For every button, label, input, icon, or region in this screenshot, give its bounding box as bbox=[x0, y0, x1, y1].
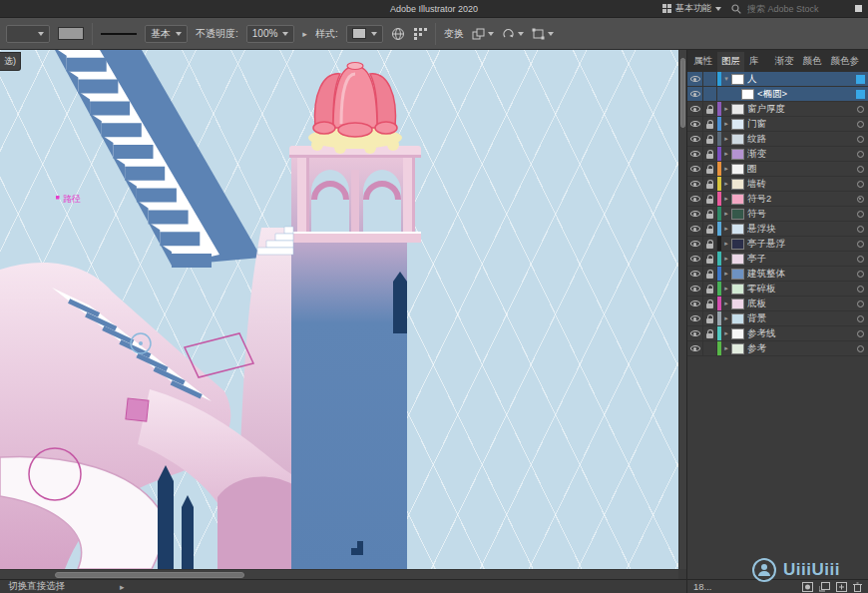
layer-name[interactable]: 渐变 bbox=[747, 148, 852, 161]
lock-toggle[interactable] bbox=[703, 237, 717, 251]
variable-width-select[interactable] bbox=[6, 25, 50, 43]
layer-thumbnail[interactable] bbox=[731, 179, 744, 190]
visibility-toggle[interactable] bbox=[687, 237, 703, 251]
expand-arrow-icon[interactable]: ▸ bbox=[721, 150, 731, 158]
expand-arrow-icon[interactable]: ▸ bbox=[721, 165, 731, 173]
layer-name[interactable]: 门窗 bbox=[747, 118, 852, 131]
layer-thumbnail[interactable] bbox=[731, 134, 744, 145]
visibility-toggle[interactable] bbox=[687, 72, 703, 86]
layer-name[interactable]: 符号2 bbox=[747, 193, 852, 206]
layer-thumbnail[interactable] bbox=[731, 119, 744, 130]
layer-thumbnail[interactable] bbox=[731, 104, 744, 115]
fill-swatch[interactable] bbox=[58, 27, 84, 40]
style-select[interactable] bbox=[346, 25, 383, 43]
expand-arrow-icon[interactable]: ▸ bbox=[721, 180, 731, 188]
expand-arrow-icon[interactable]: ▸ bbox=[721, 120, 731, 128]
layer-thumbnail[interactable] bbox=[731, 74, 744, 85]
layer-name[interactable]: 底板 bbox=[747, 297, 852, 310]
lock-toggle[interactable] bbox=[703, 72, 717, 86]
visibility-toggle[interactable] bbox=[687, 117, 703, 131]
expand-arrow-icon[interactable]: ▸ bbox=[721, 255, 731, 263]
layer-row[interactable]: ▸ 符号 bbox=[687, 207, 868, 222]
expand-arrow-icon[interactable]: ▸ bbox=[721, 285, 731, 293]
layer-thumbnail[interactable] bbox=[731, 149, 744, 160]
window-control-icon[interactable] bbox=[855, 5, 862, 12]
layer-row[interactable]: ▸ 零碎板 bbox=[687, 282, 868, 296]
layer-thumbnail[interactable] bbox=[731, 343, 744, 354]
tab-6[interactable]: 颜色参 bbox=[827, 52, 864, 72]
layer-target-icon[interactable] bbox=[857, 256, 864, 263]
shape-options-dropdown[interactable] bbox=[532, 28, 554, 40]
layer-target-icon[interactable] bbox=[857, 106, 864, 113]
lock-toggle[interactable] bbox=[703, 117, 717, 131]
layer-thumbnail[interactable] bbox=[731, 209, 744, 220]
lock-toggle[interactable] bbox=[703, 341, 717, 355]
arrange-dropdown[interactable] bbox=[472, 28, 494, 40]
layer-name[interactable]: 纹路 bbox=[747, 133, 852, 146]
delete-layer-icon[interactable] bbox=[853, 582, 862, 592]
lock-toggle[interactable] bbox=[703, 192, 717, 206]
lock-toggle[interactable] bbox=[703, 132, 717, 146]
visibility-toggle[interactable] bbox=[687, 252, 703, 266]
layer-row[interactable]: ▸ 亭子 bbox=[687, 252, 868, 267]
document-setup-globe-icon[interactable] bbox=[391, 27, 405, 41]
lock-toggle[interactable] bbox=[703, 311, 717, 325]
layer-row[interactable]: ▾ 人 bbox=[687, 72, 868, 87]
layer-target-icon[interactable] bbox=[857, 136, 864, 143]
visibility-toggle[interactable] bbox=[687, 326, 703, 340]
layer-thumbnail[interactable] bbox=[731, 194, 744, 205]
layer-name[interactable]: 人 bbox=[747, 73, 852, 86]
tab-5[interactable]: 颜色 bbox=[799, 52, 826, 72]
layer-row[interactable]: ▸ 纹路 bbox=[687, 132, 868, 147]
expand-arrow-icon[interactable]: ▸ bbox=[721, 314, 731, 322]
layer-target-icon[interactable] bbox=[857, 241, 864, 248]
layer-target-icon[interactable] bbox=[857, 315, 864, 322]
expand-arrow-icon[interactable]: ▸ bbox=[721, 135, 731, 143]
layer-row[interactable]: ▸ 底板 bbox=[687, 296, 868, 311]
layer-name[interactable]: 背景 bbox=[747, 312, 852, 325]
visibility-toggle[interactable] bbox=[687, 296, 703, 310]
layer-target-icon[interactable] bbox=[857, 271, 864, 278]
layer-row[interactable]: ▸ 建筑整体 bbox=[687, 267, 868, 282]
layer-target-icon[interactable] bbox=[857, 211, 864, 218]
layer-thumbnail[interactable] bbox=[731, 313, 744, 324]
layer-row[interactable]: ▸ 墙砖 bbox=[687, 177, 868, 192]
lock-toggle[interactable] bbox=[703, 177, 717, 191]
layer-target-icon[interactable] bbox=[857, 286, 864, 293]
layer-row[interactable]: ▸ 参考线 bbox=[687, 326, 868, 341]
tab-2[interactable]: 图层 bbox=[717, 52, 744, 72]
expand-arrow-icon[interactable]: ▸ bbox=[721, 240, 731, 248]
horizontal-scrollbar[interactable] bbox=[0, 569, 678, 579]
layer-thumbnail[interactable] bbox=[731, 164, 744, 175]
expand-arrow-icon[interactable]: ▸ bbox=[721, 210, 731, 218]
layer-name[interactable]: 亭子 bbox=[747, 253, 852, 266]
layer-target-icon[interactable] bbox=[857, 181, 864, 188]
new-layer-icon[interactable] bbox=[836, 582, 847, 592]
layer-target-icon[interactable] bbox=[857, 300, 864, 307]
layer-name[interactable]: <椭圆> bbox=[757, 88, 852, 101]
artboard-canvas[interactable]: 选) bbox=[0, 50, 686, 579]
vertical-scroll-thumb[interactable] bbox=[680, 58, 685, 128]
visibility-toggle[interactable] bbox=[687, 102, 703, 116]
layer-thumbnail[interactable] bbox=[731, 284, 744, 295]
layer-row[interactable]: ▸ 亭子悬浮 bbox=[687, 237, 868, 252]
layer-target-icon[interactable] bbox=[857, 196, 864, 203]
lock-toggle[interactable] bbox=[703, 326, 717, 340]
layer-target-icon[interactable] bbox=[857, 345, 864, 352]
lock-toggle[interactable] bbox=[703, 222, 717, 236]
visibility-toggle[interactable] bbox=[687, 177, 703, 191]
expand-arrow-icon[interactable]: ▸ bbox=[721, 195, 731, 203]
layer-thumbnail[interactable] bbox=[731, 328, 744, 339]
lock-toggle[interactable] bbox=[703, 147, 717, 161]
layer-target-icon[interactable] bbox=[857, 330, 864, 337]
visibility-toggle[interactable] bbox=[687, 162, 703, 176]
expand-arrow-icon[interactable]: ▸ bbox=[721, 299, 731, 307]
layer-thumbnail[interactable] bbox=[731, 298, 744, 309]
lock-toggle[interactable] bbox=[703, 267, 717, 281]
lock-toggle[interactable] bbox=[703, 87, 717, 101]
search-input[interactable] bbox=[745, 3, 845, 15]
visibility-toggle[interactable] bbox=[687, 282, 703, 296]
layer-row[interactable]: ▸ 圈 bbox=[687, 162, 868, 177]
layer-thumbnail[interactable] bbox=[731, 254, 744, 265]
status-next-icon[interactable]: ▸ bbox=[120, 582, 125, 592]
